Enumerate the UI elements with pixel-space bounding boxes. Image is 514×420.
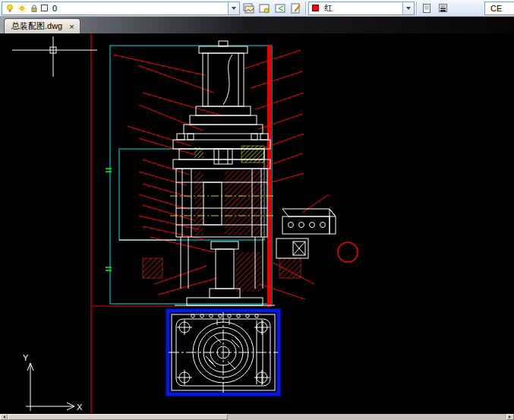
red-circle-marker (338, 242, 358, 262)
current-color-swatch (312, 5, 319, 11)
layer-translate-button[interactable] (288, 1, 304, 16)
scroll-right-button[interactable] (506, 414, 514, 420)
layer-freeze-sun-icon[interactable] (17, 3, 27, 13)
tab-close-icon[interactable]: × (69, 23, 74, 30)
assembly-drawing: Y X (0, 33, 514, 414)
layer-combo[interactable]: 0 (2, 2, 240, 15)
side-part-view (276, 209, 336, 258)
ucs-y-label: Y (23, 353, 29, 362)
color-combo-dropdown-arrow[interactable] (402, 2, 414, 14)
tab-assembly-drawing[interactable]: 总装配图.dwg × (4, 18, 80, 33)
layer-lock-icon[interactable] (29, 3, 39, 13)
color-combo[interactable]: 红 (308, 2, 415, 15)
scroll-right-icon (509, 415, 512, 418)
plan-view (168, 311, 279, 394)
tab-label: 总装配图.dwg (11, 21, 62, 32)
layer-on-bulb-icon[interactable] (5, 3, 14, 13)
layers-properties-toolbar: 0 红 CE (0, 0, 514, 17)
layer-color-swatch (41, 5, 48, 11)
layer-properties-manager-button[interactable] (240, 1, 256, 16)
layer-name: 0 (50, 4, 59, 13)
scroll-left-button[interactable] (0, 414, 8, 420)
linetype-manager-button[interactable] (419, 1, 435, 16)
lineweight-settings-button[interactable] (435, 1, 451, 16)
crosshair-cursor (12, 36, 97, 77)
ucs-icon (26, 363, 74, 411)
ucs-x-label: X (77, 403, 83, 412)
document-tab-bar: 总装配图.dwg × (0, 17, 514, 33)
green-marks (106, 169, 112, 270)
linetype-combo[interactable]: CE (484, 2, 514, 15)
current-color-name: 红 (322, 2, 335, 14)
scrollbar-thumb[interactable] (8, 414, 228, 420)
toolbar-separator (416, 2, 418, 15)
cad-application-window: 0 红 CE (0, 0, 514, 420)
red-revision-bar (267, 46, 272, 307)
layer-previous-button[interactable] (272, 1, 288, 16)
current-linetype-name: CE (488, 4, 504, 13)
scroll-left-icon (2, 415, 5, 418)
make-object-layer-current-button[interactable] (256, 1, 272, 16)
toolbar-separator (305, 2, 307, 15)
horizontal-scrollbar[interactable] (0, 414, 514, 420)
drawing-canvas[interactable]: Y X (0, 33, 514, 414)
layer-combo-dropdown-arrow[interactable] (228, 2, 239, 14)
scrollbar-track[interactable] (228, 414, 506, 420)
